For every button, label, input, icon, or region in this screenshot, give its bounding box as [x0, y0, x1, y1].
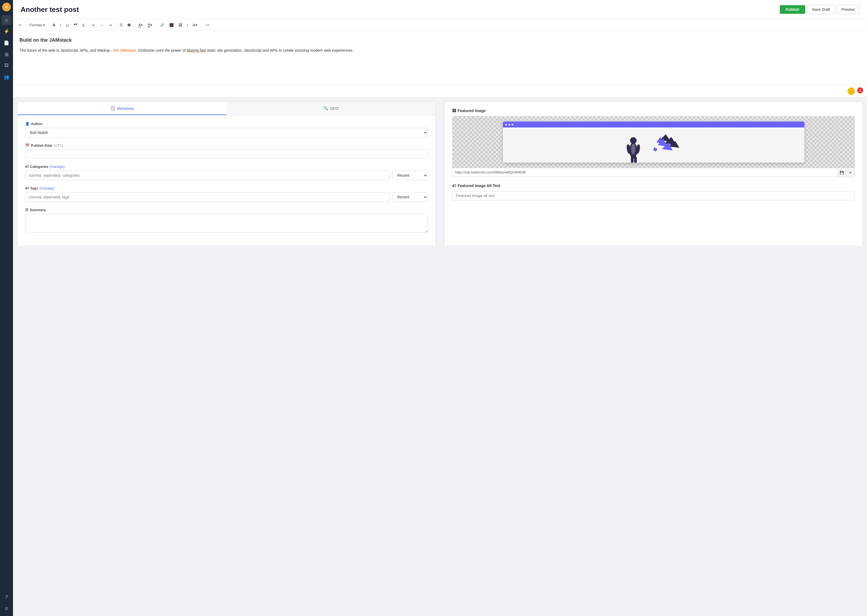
sidebar-item-settings[interactable]: ⚙	[2, 603, 11, 613]
tags-input[interactable]	[25, 192, 390, 202]
sidebar-item-pages[interactable]: 📄	[2, 38, 11, 48]
align-right-button[interactable]: ⇥	[107, 22, 113, 28]
categories-manage-link[interactable]: (manage)	[50, 165, 65, 169]
publish-date-label-text: Publish Date	[31, 143, 52, 148]
image-button[interactable]: 🖼	[177, 22, 184, 28]
categories-label: 🏷 Categories (manage)	[25, 165, 428, 169]
toolbar-divider-2	[49, 22, 49, 28]
settings-icon: ⚙	[5, 606, 8, 611]
svg-rect-7	[653, 147, 657, 151]
tags-icon: 🏷	[25, 186, 29, 190]
code-icon: {}	[82, 23, 85, 27]
alt-text-title: 🏷 Featured Image Alt Text	[452, 184, 855, 188]
table-button[interactable]: ⊞ ▾	[191, 22, 199, 28]
font-color-chevron-icon: ▾	[141, 23, 143, 27]
embed-button[interactable]: ⬛	[167, 22, 176, 28]
summary-textarea[interactable]	[25, 214, 428, 233]
author-label-text: Author	[31, 122, 43, 126]
featured-image-title: 🖼 Featured Image	[452, 108, 855, 113]
source-button[interactable]: <>	[203, 22, 211, 28]
source-icon: <>	[205, 23, 210, 27]
preview-button[interactable]: Preview	[837, 5, 859, 14]
toolbar-divider-5	[134, 22, 135, 28]
italic2-button[interactable]: I	[185, 22, 190, 28]
notification-badge[interactable]: 1	[857, 87, 863, 93]
tags-manage-link[interactable]: (manage)	[39, 186, 54, 190]
sidebar-item-help[interactable]: ?	[2, 592, 11, 602]
formats-label: Formats	[30, 23, 43, 27]
image-save-button[interactable]: 💾	[837, 168, 846, 177]
sidebar-item-media[interactable]: 🖼	[2, 61, 11, 71]
sidebar-item-bolt[interactable]: ⚡	[2, 27, 11, 36]
featured-image-section: 🖼 Featured Image	[452, 108, 855, 177]
publish-button[interactable]: Publish	[780, 5, 806, 14]
save-draft-button[interactable]: Save Draft	[807, 5, 834, 14]
blazing-fast-link[interactable]: blazing fast	[187, 48, 206, 52]
utc-label: (UTC)	[54, 143, 63, 148]
body-text-middle: . Gridsome uses the power of	[136, 48, 187, 52]
italic-icon: I	[60, 23, 61, 27]
home-icon: ⌂	[5, 17, 8, 22]
alt-text-input[interactable]	[452, 191, 855, 200]
editor-content[interactable]: Build on the JAMstack The future of the …	[13, 31, 867, 85]
tab-seo[interactable]: 🔍 SEO	[227, 102, 435, 115]
browser-dot-2	[508, 124, 510, 126]
list-unordered-icon: ☰	[120, 23, 123, 27]
featured-image-title-text: Featured Image	[458, 108, 486, 113]
list-ordered-button[interactable]: ➊	[126, 22, 132, 28]
blockquote-button[interactable]: ❝❞	[71, 22, 79, 28]
categories-field-group: 🏷 Categories (manage) Recent	[25, 165, 428, 180]
tab-metadata[interactable]: 📋 Metadata	[17, 102, 227, 115]
sidebar-item-home[interactable]: ⌂	[2, 15, 11, 25]
tags-dropdown[interactable]: Recent	[393, 192, 428, 202]
blockquote-icon: ❝❞	[73, 23, 77, 27]
sidebar-item-users[interactable]: 👥	[2, 72, 11, 82]
undo-button[interactable]: ↩	[17, 22, 24, 28]
metadata-icon: 📋	[110, 106, 115, 111]
highlight-chevron-icon: ▾	[150, 23, 152, 27]
highlight-button[interactable]: A ▾	[146, 21, 154, 28]
editor-footer: 😊 1	[13, 85, 867, 97]
image-preview-container: https://cdn.buttercms.com/GBMseAd0QOWIB2…	[452, 116, 855, 177]
categories-input[interactable]	[25, 171, 390, 180]
table-chevron-icon: ▾	[195, 23, 197, 27]
categories-tag-icon: 🏷	[25, 165, 29, 169]
highlight-icon: A	[148, 22, 150, 27]
browser-bar	[503, 121, 804, 127]
list-ordered-icon: ➊	[128, 23, 131, 27]
formats-dropdown[interactable]: Formats ▾	[28, 22, 47, 28]
jam-stack-link[interactable]: the JAMstack	[113, 48, 136, 52]
editor-container: ↩ Formats ▾ B I U ❝❞ {}	[13, 19, 867, 97]
publish-date-input[interactable]: 2020-01-22 17:46	[25, 149, 428, 159]
bold-icon: B	[53, 23, 55, 27]
align-left-button[interactable]: ⇤	[90, 22, 97, 28]
categories-dropdown[interactable]: Recent	[393, 171, 428, 180]
image-remove-button[interactable]: ✕	[846, 168, 854, 177]
notification-count: 1	[859, 89, 861, 92]
editor-toolbar: ↩ Formats ▾ B I U ❝❞ {}	[13, 19, 867, 31]
svg-rect-4	[631, 157, 634, 163]
list-unordered-button[interactable]: ☰	[118, 22, 125, 28]
tags-row: Recent	[25, 192, 428, 202]
image-upload-icon: 🖼	[178, 23, 182, 27]
bold-button[interactable]: B	[51, 22, 57, 28]
author-select[interactable]: Bob Walsh	[25, 128, 428, 137]
image-preview	[452, 116, 854, 168]
font-color-button[interactable]: A ▾	[137, 22, 145, 28]
alt-text-title-text: Featured Image Alt Text	[458, 184, 500, 188]
emoji-button[interactable]: 😊	[848, 87, 855, 95]
sidebar-item-grid[interactable]: ▦	[2, 49, 11, 59]
body-text-end: static site generation, JavaScript and A…	[206, 48, 353, 52]
pages-icon: 📄	[4, 40, 9, 46]
alt-text-tag-icon: 🏷	[452, 184, 456, 188]
italic-button[interactable]: I	[58, 22, 63, 28]
code-button[interactable]: {}	[80, 22, 87, 28]
link-button[interactable]: 🔗	[158, 22, 166, 28]
align-center-button[interactable]: ↔	[98, 22, 106, 28]
align-left-icon: ⇤	[92, 23, 95, 27]
left-panel: 📋 Metadata 🔍 SEO 👤 Author Bob Walsh	[17, 102, 436, 246]
tags-label: 🏷 Tags (manage)	[25, 186, 428, 190]
featured-image-svg	[503, 127, 804, 163]
svg-point-1	[630, 137, 637, 144]
underline-button[interactable]: U	[64, 22, 71, 28]
